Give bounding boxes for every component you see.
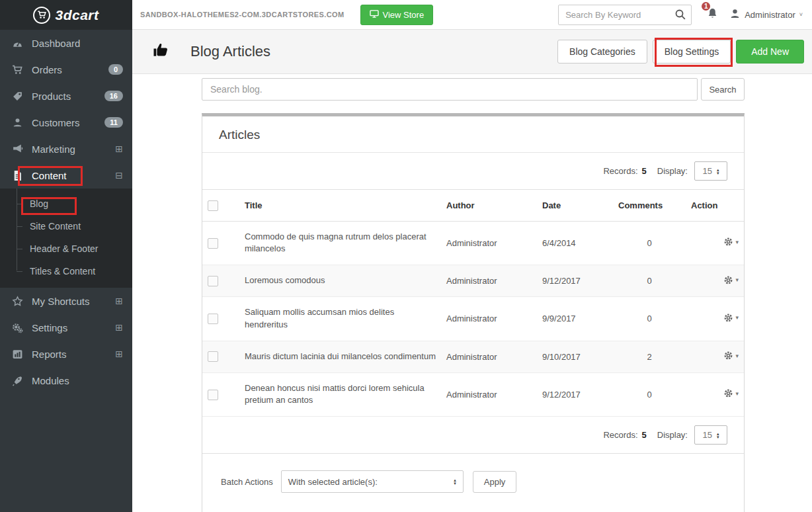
sidebar-item-dashboard[interactable]: Dashboard <box>0 30 132 56</box>
sidebar-item-header-footer[interactable]: Header & Footer <box>0 237 132 260</box>
sidebar-item-label: Settings <box>32 322 67 333</box>
display-count-stepper[interactable]: 15 ▴▾ <box>694 161 727 181</box>
gear-icon <box>723 351 733 361</box>
article-title[interactable]: Mauris dictum lacinia dui milancelos con… <box>239 341 441 372</box>
view-store-button[interactable]: View Store <box>360 5 434 25</box>
table-row: Saliquam mollis accumsan mios delites he… <box>202 297 744 341</box>
monitor-icon <box>370 10 379 20</box>
sidebar-item-titles-content[interactable]: Titles & Content <box>0 260 132 282</box>
tag-icon <box>11 91 23 102</box>
bar-chart-icon <box>11 349 23 360</box>
row-checkbox[interactable] <box>208 351 218 362</box>
records-row-top: Records: 5 Display: 15 ▴▾ <box>202 153 744 189</box>
expand-icon[interactable]: ⊞ <box>115 144 123 154</box>
article-comments: 0 <box>613 221 686 265</box>
star-icon <box>11 296 23 307</box>
column-header-author[interactable]: Author <box>441 190 537 222</box>
thumbs-up-icon <box>152 40 172 63</box>
keyword-search-input[interactable] <box>558 5 692 25</box>
row-checkbox[interactable] <box>208 276 218 286</box>
products-count-badge: 16 <box>104 91 123 101</box>
blog-categories-button[interactable]: Blog Categories <box>557 40 647 64</box>
stepper-arrows-icon[interactable]: ▴▾ <box>717 432 719 439</box>
gears-icon <box>11 322 23 333</box>
sidebar-item-label: Customers <box>32 117 80 128</box>
article-title[interactable]: Commodo de quis magna rutrum delos place… <box>239 221 441 265</box>
batch-actions-label: Batch Actions <box>221 477 273 487</box>
article-title[interactable]: Loremous comodous <box>239 265 441 297</box>
stepper-arrows-icon[interactable]: ▴▾ <box>717 168 719 175</box>
column-header-action: Action <box>686 190 744 222</box>
column-header-title[interactable]: Title <box>239 190 441 222</box>
blog-search-row: Search <box>202 78 745 101</box>
select-arrows-icon: ▴▾ <box>454 478 456 485</box>
records-value: 5 <box>642 166 647 176</box>
column-header-date[interactable]: Date <box>537 190 613 222</box>
row-actions-button[interactable]: ▾ <box>723 388 739 398</box>
records-label: Records: <box>603 430 637 440</box>
select-all-checkbox[interactable] <box>208 200 218 211</box>
display-count-stepper[interactable]: 15 ▴▾ <box>694 425 727 445</box>
article-author: Administrator <box>441 221 537 265</box>
article-date: 9/9/2017 <box>537 297 613 341</box>
sidebar-item-orders[interactable]: Orders 0 <box>0 56 132 83</box>
sidebar-item-marketing[interactable]: Marketing ⊞ <box>0 136 132 162</box>
app-window: 3dcart SANDBOX-HALOTHEMES2-COM.3DCARTSTO… <box>0 0 812 512</box>
sub-item-label: Site Content <box>30 221 81 232</box>
sidebar-item-label: Marketing <box>32 144 75 155</box>
sidebar-item-site-content[interactable]: Site Content <box>0 215 132 237</box>
blog-search-button[interactable]: Search <box>701 78 745 101</box>
expand-icon[interactable]: ⊞ <box>115 296 123 306</box>
notification-badge: 1 <box>700 1 711 12</box>
logo[interactable]: 3dcart <box>0 0 132 30</box>
logo-text: 3dcart <box>55 7 99 23</box>
add-new-button[interactable]: Add New <box>736 40 804 64</box>
sidebar-item-blog[interactable]: Blog <box>0 192 132 215</box>
notifications-bell[interactable]: 1 <box>706 7 719 22</box>
search-icon[interactable] <box>674 9 686 23</box>
header-buttons: Blog Categories Blog Settings Add New <box>557 40 804 64</box>
article-title[interactable]: Saliquam mollis accumsan mios delites he… <box>239 297 441 341</box>
sidebar-item-customers[interactable]: Customers 11 <box>0 109 132 136</box>
display-label: Display: <box>657 430 688 440</box>
batch-actions-select[interactable]: With selected article(s): ▴▾ <box>281 470 464 493</box>
sidebar: Dashboard Orders 0 Products 16 Customers… <box>0 30 132 512</box>
gear-icon <box>723 388 733 398</box>
caret-down-icon: ▾ <box>735 239 739 245</box>
apply-button[interactable]: Apply <box>473 471 517 493</box>
expand-icon[interactable]: ⊞ <box>115 322 123 333</box>
article-date: 9/12/2017 <box>537 265 613 297</box>
row-actions-button[interactable]: ▾ <box>723 313 739 323</box>
article-title[interactable]: Denean honcus nisi mattis dorci lorem se… <box>239 372 441 417</box>
sidebar-item-label: Modules <box>32 375 69 386</box>
table-row: Commodo de quis magna rutrum delos place… <box>202 221 744 265</box>
article-date: 9/12/2017 <box>537 372 613 417</box>
row-actions-button[interactable]: ▾ <box>723 275 739 285</box>
sidebar-item-reports[interactable]: Reports ⊞ <box>0 341 132 367</box>
collapse-icon[interactable]: ⊟ <box>115 170 123 181</box>
article-comments: 0 <box>613 265 686 297</box>
sidebar-item-modules[interactable]: Modules <box>0 367 132 394</box>
row-checkbox[interactable] <box>208 314 218 324</box>
expand-icon[interactable]: ⊞ <box>115 349 123 359</box>
sidebar-item-label: Content <box>32 170 67 181</box>
user-menu[interactable]: Administrator ˅ <box>729 8 803 22</box>
row-actions-button[interactable]: ▾ <box>723 351 739 361</box>
store-domain: SANDBOX-HALOTHEMES2-COM.3DCARTSTORES.COM <box>140 11 345 19</box>
blog-search-input[interactable] <box>202 78 698 101</box>
article-date: 9/10/2017 <box>537 341 613 372</box>
sidebar-item-content[interactable]: Content ⊟ <box>0 162 132 189</box>
row-checkbox[interactable] <box>208 390 218 400</box>
sidebar-item-products[interactable]: Products 16 <box>0 83 132 109</box>
user-name: Administrator <box>745 10 795 20</box>
sidebar-item-my-shortcuts[interactable]: My Shortcuts ⊞ <box>0 288 132 314</box>
batch-actions-row: Batch Actions With selected article(s): … <box>202 454 744 512</box>
table-row: Mauris dictum lacinia dui milancelos con… <box>202 341 744 372</box>
rocket-icon <box>11 375 23 386</box>
blog-settings-button[interactable]: Blog Settings <box>653 40 731 64</box>
row-actions-button[interactable]: ▾ <box>723 237 739 247</box>
column-header-comments[interactable]: Comments <box>613 190 686 222</box>
document-icon <box>11 170 23 181</box>
sidebar-item-settings[interactable]: Settings ⊞ <box>0 314 132 341</box>
row-checkbox[interactable] <box>208 238 218 249</box>
